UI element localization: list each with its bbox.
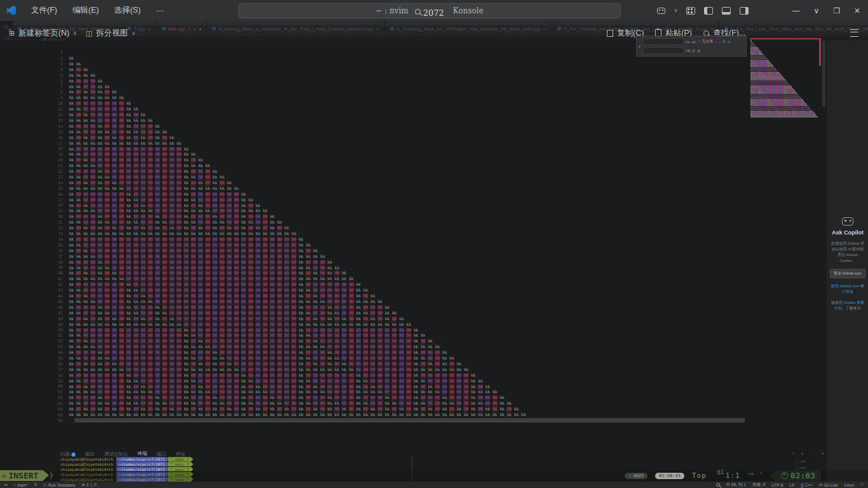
copilot-more-text: 或使用 Copilot 免费计划。了解更多 [831,300,865,311]
terminal-line: 9kk00000000000000kk [15,95,528,101]
terminal-line: 32kkkkkkkkkkkkkkkkkkkkkkkkkkkkkkkkkkkkkk… [15,226,528,231]
terminal-line: 7kk00kk00kk00kk [15,84,528,90]
konsole-scrollbar[interactable] [822,41,825,107]
check-icon: ✓ [628,473,631,478]
encoding[interactable]: UTF-8 [771,483,783,487]
vim-mode-label: INSERT [8,471,38,480]
copy-icon [607,30,613,37]
terminal-line: 8kkkkkkkkkkkkkkkk [15,90,528,95]
terminal-line: 40kkkkkkkkkkkkkkkk0000000000000000000000… [15,271,528,276]
vim-scroll-position: Top [692,471,707,480]
terminal-line: 46kkkk0000kkkk0000kkkk0000kkkk0000000000… [15,305,528,311]
cursor-position[interactable]: 行 66, 列 1 [726,482,746,488]
vim-statusline-right: ✓ 4025 01:58:43 Top 1:1 cpp · F 02:03 [625,470,821,481]
window-minimize-button[interactable]: — [789,6,802,15]
vim-lsp-status: cpp · F [748,471,763,475]
terminal-line: 58kkkk000000000000kkkk000000000000kkkk00… [15,373,528,379]
language-mode[interactable]: {}C++ [801,483,813,487]
terminal-line: 21kk000000kk0000000000000000000000kk0000… [15,163,528,169]
next-match-icon[interactable]: ↓ [719,40,721,44]
window-close-button[interactable]: ✕ [851,6,863,15]
prompt-row: chiyoyuki@ChiyoYukiArch~/codes/xcpc/cf/2… [60,462,193,467]
copilot-signin-button[interactable]: 登录 GitHub.com [830,269,865,278]
terminal-line: 60kkkkkkkk00000000kkkkkkkk00000000kkkkkk… [15,384,528,390]
terminal-line: 33kk000000000000000000000000000000000000… [15,231,528,237]
terminal-line: 62kkkk0000kkkk0000kkkk0000kkkk0000kkkk00… [15,395,528,401]
terminal-instance-list[interactable]: ▢ zsh▢ zsh [796,459,806,471]
menu-item-3[interactable]: ⋯ [148,0,172,21]
split-view-button[interactable]: ◫ 拆分视图 ∨ [86,28,135,39]
command-center[interactable]: ~ : nvim 2072 Konsole [238,3,621,18]
remote-indicator[interactable]: >< [4,483,7,487]
terminal-line: 49kk000000000000000000000000000000kk0000… [15,322,528,328]
vim-cursor-position: 1:1 [726,471,740,480]
terminal-line: 53kk000000kk0000000000000000000000kk0000… [15,344,528,350]
panel-action-icons[interactable]: + ∨ ⋯ ✕ [792,451,827,456]
find-result-count: 无结果 [702,39,714,44]
notifications-icon[interactable]: ⚐ [860,482,864,487]
terminal-line: 57kk00000000000000kk00000000000000kk0000… [15,367,528,373]
terminal-line: 63kk00kk00kk00kk00kk00kk00kk00kk00kk00kk… [15,401,528,407]
screen: 文件(F)编辑(E)选择(S)⋯ ← → ~ : nvim 2072 Konso… [0,0,868,488]
close-icon[interactable]: ✕ [728,40,731,44]
copilot-signin-link[interactable]: 使用 GitHub.com 帐户登录 [831,283,865,295]
replace-input[interactable] [643,47,684,54]
terminal-line: 5kk000000kk [15,73,528,79]
sync-icon[interactable]: ↻ [34,482,37,487]
terminal-line: 35kk00kk00000000000000000000000000000000… [15,243,528,248]
terminal-list-item[interactable]: ▢ zsh [796,459,806,463]
preserve-case-toggle[interactable]: AB [686,49,690,53]
chevron-down-icon: ∨ [132,30,135,36]
terminal-line: 31kk00kk00kk00kk00kk00kk00kk00kk00kk00kk… [15,220,528,226]
counter-pill: ✓ 4025 [625,473,648,479]
vim-mode-segment: ⚙ INSERT [0,470,53,481]
replace-all-icon[interactable]: ⇶ [697,49,700,53]
terminal-line: 16kkkkkkkkkkkkkkkkkkkkkkkkkkkkkkkk [15,135,528,141]
menu-item-1[interactable]: 编辑(E) [65,0,107,21]
menu-item-2[interactable]: 选择(S) [107,0,149,21]
toggle-sidebar-icon[interactable] [704,7,713,15]
toggle-secondary-sidebar-icon[interactable] [740,7,749,15]
terminal-line: 30kkkk0000kkkk0000kkkk0000kkkk0000kkkk00… [15,214,528,220]
terminal-line: 54kkkk0000kkkk00000000000000000000kkkk00… [15,350,528,356]
chevron-down-icon: ∨ [73,30,77,36]
os-indicator[interactable]: Linux [844,483,855,487]
hamburger-menu-icon[interactable] [850,29,858,37]
copilot-icon[interactable] [657,8,665,14]
terminal-line: 6kkkk0000kkkk [15,79,528,85]
menu-item-0[interactable]: 文件(F) [24,0,65,21]
window-restore-button[interactable]: ❐ [831,6,843,15]
replace-icon[interactable]: ⇄ [692,49,695,53]
terminal-line: 48kkkkkkkkkkkkkkkkkkkkkkkkkkkkkkkk000000… [15,316,528,322]
toggle-replace-chevron[interactable]: ∨ [638,44,641,48]
customize-layout-icon[interactable] [686,7,695,15]
terminal-line: 1kk [15,50,528,56]
run-testcases[interactable]: ▷Run Testcases [44,482,76,487]
eol[interactable]: LF [790,483,795,487]
window-menu-chevron[interactable]: ∨ [811,6,822,15]
chevron-down-icon[interactable]: ∨ [674,8,678,13]
copilot-face-icon [842,217,853,226]
terminal-list-item[interactable]: ▢ zsh [796,465,806,470]
toggle-panel-icon[interactable] [722,7,731,15]
indentation[interactable]: 空格: 4 [752,482,765,488]
git-branch[interactable]: ᛘmain* [13,483,28,487]
terminal-line: 18kkkk0000000000000000000000000000kkkk [15,146,528,152]
terminal-line: 38kkkk0000kkkk00000000000000000000000000… [15,260,528,266]
find-in-selection-icon[interactable]: ☰ [722,40,726,44]
gear-icon: ⚙ [3,473,6,479]
match-case-toggle[interactable]: Aa [686,40,690,44]
go-live[interactable]: ⊘Go Live [819,482,838,487]
regex-toggle[interactable]: .* [698,40,700,44]
new-tab-button[interactable]: ⊞ 新建标签页(N) ∨ [9,28,77,39]
clock-icon [781,472,788,479]
problems[interactable]: ⊗2 △ 0 [82,482,97,487]
nvim-buffer[interactable]: 1kk2kkkk3kk00kk4kkkkkkkk5kk000000kk6kkkk… [15,50,528,424]
find-input[interactable] [643,38,684,45]
whole-word-toggle[interactable]: ab [692,40,696,44]
minimap[interactable] [750,40,818,118]
prev-match-icon[interactable]: ↑ [715,40,717,44]
terminal-line: 22kkkk0000kkkk00000000000000000000kkkk00… [15,169,528,175]
terminal-line: 41kk00000000000000kk00000000000000000000… [15,276,528,282]
search-indicator[interactable] [716,483,720,487]
